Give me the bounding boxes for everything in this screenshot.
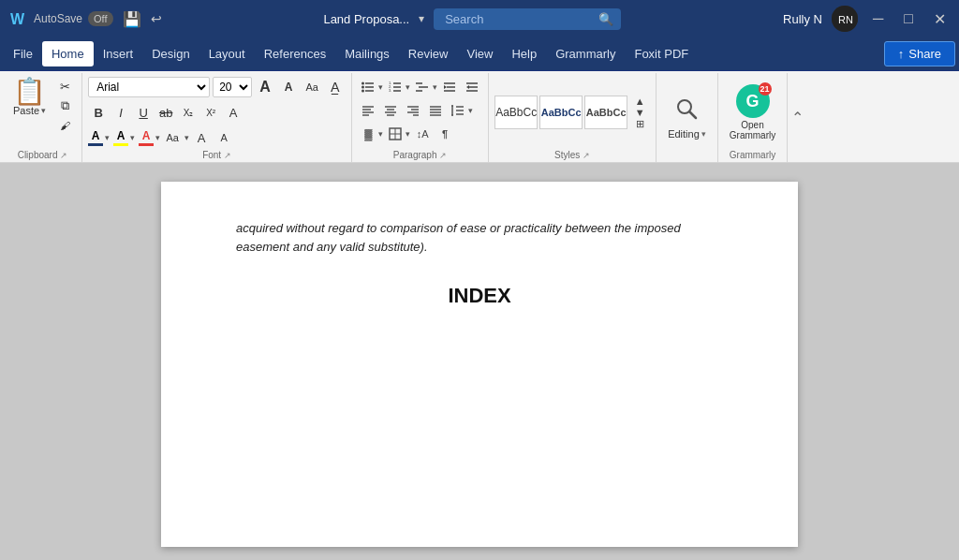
increase-indent-button[interactable]	[462, 77, 482, 97]
numbering-dropdown[interactable]: ▾	[406, 82, 410, 92]
font-size-select[interactable]: 20	[213, 77, 252, 97]
shading-dropdown[interactable]: ▾	[378, 129, 383, 139]
menu-design[interactable]: Design	[142, 41, 199, 66]
autosave-label: AutoSave	[34, 12, 82, 25]
grow-font-button[interactable]: A	[255, 77, 275, 97]
menu-references[interactable]: References	[255, 41, 335, 66]
show-paragraph-button[interactable]: ¶	[435, 124, 455, 144]
bullets-button[interactable]	[358, 77, 378, 97]
ribbon-paragraph-group: ▾ 1.2.3. ▾ ▾	[352, 73, 489, 162]
menu-view[interactable]: View	[457, 41, 502, 66]
align-right-button[interactable]	[403, 100, 423, 121]
bullets-dropdown[interactable]: ▾	[378, 82, 383, 92]
maximize-button[interactable]: □	[898, 8, 919, 29]
menu-mailings[interactable]: Mailings	[335, 41, 399, 66]
menu-review[interactable]: Review	[399, 41, 458, 66]
font-row2: B I U ab X₂ X² A	[88, 102, 243, 123]
underline-button[interactable]: U	[133, 102, 154, 123]
font-color-dropdown[interactable]: ▾	[105, 133, 110, 142]
decrease-indent-button[interactable]	[439, 77, 460, 97]
document-page[interactable]: acquired without regard to comparison of…	[161, 182, 798, 547]
svg-point-8	[361, 86, 364, 89]
menu-file[interactable]: File	[4, 41, 42, 66]
style-heading1[interactable]: AaBbCc	[539, 96, 583, 129]
autosave-state: Off	[94, 13, 107, 24]
text-color-button[interactable]: A	[139, 129, 154, 146]
undo-icon[interactable]: ↩	[151, 11, 162, 26]
case-dropdown[interactable]: ▾	[184, 133, 189, 142]
menu-grammarly[interactable]: Grammarly	[546, 41, 625, 66]
search-input[interactable]	[434, 8, 621, 30]
styles-expand-icon[interactable]: ↗	[583, 151, 590, 160]
grow-font2[interactable]: A	[191, 127, 212, 148]
styles-up-arrow[interactable]: ▲	[629, 96, 650, 107]
font-expand-icon[interactable]: ↗	[224, 151, 231, 160]
styles-down-arrow[interactable]: ▼	[629, 107, 650, 118]
subscript-button[interactable]: X₂	[178, 102, 199, 123]
paragraph-expand-icon[interactable]: ↗	[439, 151, 447, 160]
autosave-toggle[interactable]: Off	[88, 11, 112, 26]
format-painter-button[interactable]: 🖌	[53, 116, 76, 135]
shrink-font2[interactable]: A	[214, 127, 234, 148]
text-effects-button[interactable]: A	[223, 102, 243, 123]
line-spacing-button[interactable]	[448, 100, 468, 121]
clipboard-expand-icon[interactable]: ↗	[60, 151, 67, 160]
highlight-dropdown[interactable]: ▾	[130, 133, 135, 142]
ribbon-collapse-button[interactable]: ⌃	[788, 73, 807, 162]
minimize-button[interactable]: ─	[867, 8, 889, 29]
grammarly-button[interactable]: G 21 Open Grammarly	[724, 81, 781, 144]
style-heading2[interactable]: AaBbCc	[584, 96, 627, 129]
ribbon-clipboard-group: 📋 Paste ▾ ✂ ⧉ 🖌 Clipboard ↗	[4, 73, 82, 162]
doc-dropdown-arrow[interactable]: ▾	[419, 12, 424, 25]
svg-point-7	[361, 82, 364, 85]
paragraph-group-label: Paragraph ↗	[393, 150, 448, 160]
paste-label: Paste	[13, 105, 39, 116]
numbering-button[interactable]: 1.2.3.	[385, 77, 406, 97]
menu-home[interactable]: Home	[42, 41, 94, 66]
highlight-color-button[interactable]: A	[113, 129, 128, 146]
italic-button[interactable]: I	[111, 102, 131, 123]
user-avatar[interactable]: RN	[832, 6, 858, 32]
close-button[interactable]: ✕	[928, 8, 952, 30]
menu-insert[interactable]: Insert	[94, 41, 143, 66]
align-left-button[interactable]	[358, 100, 378, 121]
editing-dropdown-arrow[interactable]: ▾	[701, 129, 706, 139]
case-lower-button[interactable]: Aa	[162, 127, 183, 148]
editing-button[interactable]: Editing ▾	[662, 93, 712, 143]
paste-dropdown-arrow[interactable]: ▾	[41, 106, 46, 115]
font-family-select[interactable]: Arial	[88, 77, 210, 97]
font-color-button[interactable]: A	[88, 129, 103, 146]
menu-help[interactable]: Help	[502, 41, 546, 66]
borders-button[interactable]	[385, 124, 406, 144]
shading-button[interactable]: ▓	[358, 124, 378, 144]
shrink-font-button[interactable]: A	[278, 77, 299, 97]
strikethrough-button[interactable]: ab	[155, 102, 176, 123]
clear-format-button[interactable]: A̲	[325, 77, 346, 97]
bold-button[interactable]: B	[88, 102, 109, 123]
change-case-button[interactable]: Aa	[302, 77, 322, 97]
style-normal[interactable]: AaBbCc	[494, 96, 538, 129]
superscript-button[interactable]: X²	[200, 102, 221, 123]
share-button[interactable]: ↑ Share	[884, 41, 955, 66]
editing-content: Editing ▾	[662, 77, 712, 158]
save-icon[interactable]: 💾	[123, 10, 141, 28]
search-icon: 🔍	[598, 12, 613, 26]
multilevel-button[interactable]	[412, 77, 433, 97]
font-row3: A ▾ A ▾ A ▾ Aa ▾ A A	[88, 127, 234, 148]
ribbon-grammarly-group: G 21 Open Grammarly Grammarly	[718, 73, 788, 162]
borders-dropdown[interactable]: ▾	[406, 129, 410, 139]
paste-button[interactable]: 📋 Paste ▾	[9, 77, 50, 118]
ribbon-styles-group: AaBbCc AaBbCc AaBbCc ▲ ▼ ⊞ Styles ↗	[489, 73, 657, 162]
line-spacing-dropdown[interactable]: ▾	[468, 106, 473, 115]
menu-layout[interactable]: Layout	[199, 41, 255, 66]
cut-button[interactable]: ✂	[53, 77, 76, 96]
sort-button[interactable]: ↕A	[412, 124, 433, 144]
align-center-button[interactable]	[380, 100, 401, 121]
copy-button[interactable]: ⧉	[53, 96, 76, 115]
text-color-dropdown[interactable]: ▾	[155, 133, 160, 142]
multilevel-dropdown[interactable]: ▾	[433, 82, 437, 92]
styles-expand-arrow[interactable]: ⊞	[629, 118, 650, 130]
menu-foxit[interactable]: Foxit PDF	[625, 41, 698, 66]
numbering-group: 1.2.3. ▾	[385, 77, 410, 97]
justify-button[interactable]	[425, 100, 446, 121]
